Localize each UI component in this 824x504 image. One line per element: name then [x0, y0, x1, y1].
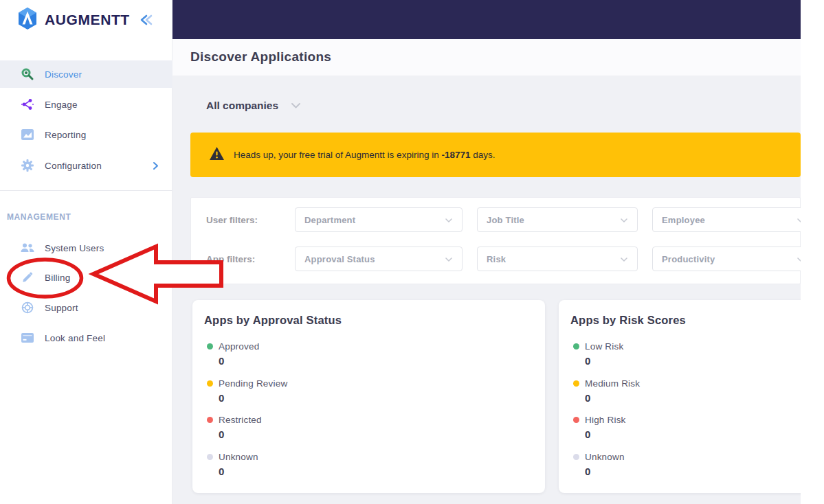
- warning-icon: [210, 147, 224, 163]
- company-filter-value: All companies: [206, 100, 278, 112]
- legend-value: 0: [585, 428, 626, 440]
- amber-dot-icon: [573, 380, 579, 387]
- sidebar: AUGMENTT Discover: [0, 0, 172, 504]
- management-section-label: MANAGEMENT: [7, 212, 71, 222]
- page-title: Discover Applications: [190, 49, 331, 65]
- sidebar-item-configuration[interactable]: Configuration: [0, 152, 172, 179]
- legend-value: 0: [585, 392, 640, 404]
- sidebar-item-billing[interactable]: Billing: [0, 264, 172, 291]
- sidebar-item-label: Support: [45, 303, 78, 313]
- legend-item-unknown: Unknown 0: [573, 452, 625, 477]
- sidebar-item-label: Discover: [45, 69, 82, 80]
- company-filter-dropdown[interactable]: All companies: [206, 100, 301, 112]
- legend-item-approved: Approved 0: [207, 341, 259, 367]
- sidebar-collapse-button[interactable]: [139, 14, 154, 26]
- sidebar-item-system-users[interactable]: System Users: [0, 234, 172, 262]
- user-filters-label: User filters:: [206, 215, 258, 225]
- days-remaining-value: -18771: [441, 150, 470, 160]
- double-chevron-left-icon: [139, 14, 154, 26]
- top-navigation-bar: [172, 0, 801, 39]
- red-dot-icon: [207, 417, 213, 423]
- gray-dot-icon: [573, 454, 579, 460]
- green-dot-icon: [207, 343, 213, 350]
- card-title: Apps by Risk Scores: [570, 314, 686, 327]
- sidebar-item-discover[interactable]: Discover: [0, 60, 172, 88]
- sidebar-item-label: Reporting: [45, 130, 86, 140]
- legend-item-high-risk: High Risk 0: [573, 415, 626, 440]
- banner-message: Heads up, your free trial of Augmentt is…: [234, 150, 495, 160]
- app-filters-label: App filters:: [206, 254, 255, 264]
- green-dot-icon: [573, 343, 579, 350]
- legend-value: 0: [219, 428, 262, 440]
- risk-filter-select[interactable]: Risk: [477, 247, 638, 271]
- sidebar-item-reporting[interactable]: Reporting: [0, 121, 172, 148]
- productivity-filter-select[interactable]: Productivity: [652, 247, 814, 271]
- job-title-filter-select[interactable]: Job Title: [477, 207, 638, 232]
- legend-value: 0: [219, 392, 287, 404]
- chevron-down-icon: [620, 215, 628, 225]
- sidebar-divider: [0, 190, 172, 191]
- card-icon: [20, 333, 35, 343]
- red-dot-icon: [573, 417, 579, 423]
- legend-item-medium-risk: Medium Risk 0: [573, 378, 640, 404]
- chevron-down-icon: [445, 254, 453, 264]
- magnifier-icon: [20, 67, 35, 81]
- lifebuoy-icon: [20, 301, 35, 314]
- legend-item-restricted: Restricted 0: [207, 415, 262, 440]
- pencil-icon: [20, 272, 35, 283]
- department-filter-select[interactable]: Department: [295, 207, 463, 232]
- chevron-right-icon: [153, 161, 159, 172]
- gray-dot-icon: [207, 454, 213, 460]
- gear-icon: [20, 159, 35, 172]
- apps-by-risk-scores-card: Apps by Risk Scores Low Risk 0 Medium Ri…: [559, 300, 817, 493]
- sidebar-item-label: Look and Feel: [45, 333, 105, 343]
- window-right-margin: [801, 0, 824, 504]
- amber-dot-icon: [207, 380, 213, 387]
- logo: AUGMENTT: [0, 0, 172, 39]
- app-window: AUGMENTT Discover: [0, 0, 824, 504]
- legend-item-low-risk: Low Risk 0: [573, 341, 623, 367]
- employee-filter-select[interactable]: Employee: [652, 207, 814, 232]
- sidebar-item-label: Configuration: [45, 161, 102, 171]
- chevron-down-icon: [620, 254, 628, 264]
- sidebar-item-label: Engage: [45, 100, 78, 110]
- apps-by-approval-status-card: Apps by Approval Status Approved 0 Pendi…: [192, 300, 545, 493]
- sidebar-item-label: System Users: [45, 243, 104, 253]
- share-network-icon: [20, 98, 35, 111]
- trial-warning-banner: Heads up, your free trial of Augmentt is…: [190, 133, 801, 177]
- sidebar-item-look-and-feel[interactable]: Look and Feel: [0, 324, 172, 352]
- chart-icon: [20, 129, 35, 140]
- sidebar-item-engage[interactable]: Engage: [0, 91, 172, 118]
- legend-value: 0: [585, 466, 625, 477]
- page-header: Discover Applications: [172, 39, 801, 76]
- users-icon: [20, 243, 35, 253]
- chevron-down-icon: [445, 215, 453, 225]
- approval-status-filter-select[interactable]: Approval Status: [295, 247, 463, 271]
- legend-value: 0: [585, 355, 623, 367]
- wordmark: AUGMENTT: [45, 12, 130, 28]
- card-title: Apps by Approval Status: [204, 314, 342, 327]
- sidebar-item-support[interactable]: Support: [0, 294, 172, 321]
- chevron-down-icon: [291, 100, 301, 112]
- augmentt-logo-icon: [15, 6, 40, 34]
- sidebar-item-label: Billing: [45, 273, 70, 283]
- legend-value: 0: [219, 355, 259, 367]
- legend-item-unknown: Unknown 0: [207, 452, 258, 477]
- legend-value: 0: [219, 466, 258, 477]
- legend-item-pending-review: Pending Review 0: [207, 378, 287, 404]
